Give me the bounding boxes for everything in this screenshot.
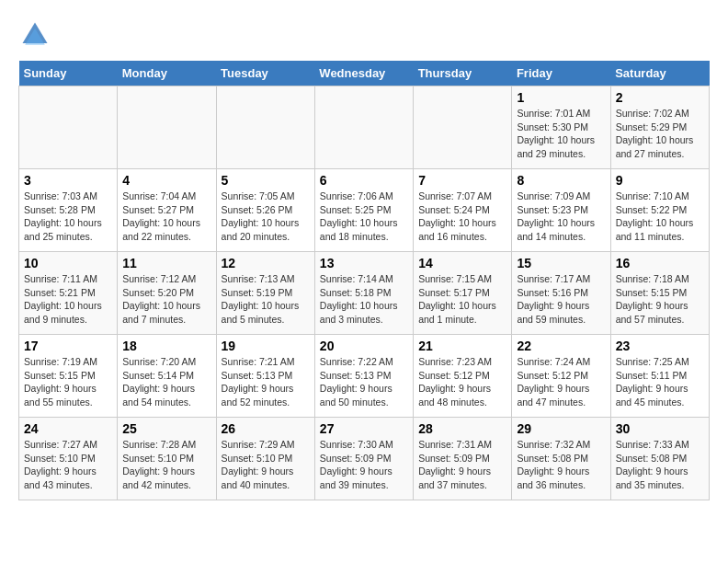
page-header: [18, 18, 710, 52]
day-number: 22: [517, 339, 605, 353]
calendar-cell: 27Sunrise: 7:30 AMSunset: 5:09 PMDayligh…: [314, 418, 413, 500]
day-info: Sunrise: 7:17 AMSunset: 5:16 PMDaylight:…: [517, 272, 605, 327]
day-number: 23: [616, 339, 704, 353]
day-number: 1: [517, 90, 605, 105]
calendar-week-5: 24Sunrise: 7:27 AMSunset: 5:10 PMDayligh…: [19, 418, 710, 500]
day-info: Sunrise: 7:25 AMSunset: 5:11 PMDaylight:…: [616, 355, 704, 409]
calendar-cell: 30Sunrise: 7:33 AMSunset: 5:08 PMDayligh…: [610, 418, 709, 500]
header-thursday: Thursday: [414, 61, 512, 86]
day-number: 21: [418, 339, 506, 353]
day-number: 17: [24, 339, 112, 353]
day-info: Sunrise: 7:04 AMSunset: 5:27 PMDaylight:…: [122, 190, 210, 244]
header-monday: Monday: [118, 61, 216, 86]
calendar-week-4: 17Sunrise: 7:19 AMSunset: 5:15 PMDayligh…: [19, 335, 710, 418]
day-number: 16: [616, 256, 704, 270]
calendar-cell: 13Sunrise: 7:14 AMSunset: 5:18 PMDayligh…: [314, 252, 413, 335]
calendar-week-2: 3Sunrise: 7:03 AMSunset: 5:28 PMDaylight…: [19, 169, 710, 252]
calendar-cell: 9Sunrise: 7:10 AMSunset: 5:22 PMDaylight…: [610, 169, 709, 252]
calendar-cell: 26Sunrise: 7:29 AMSunset: 5:10 PMDayligh…: [216, 418, 314, 500]
day-number: 25: [122, 421, 210, 436]
day-info: Sunrise: 7:31 AMSunset: 5:09 PMDaylight:…: [418, 438, 506, 492]
day-number: 6: [320, 173, 408, 188]
day-number: 15: [517, 256, 605, 270]
calendar-cell: 29Sunrise: 7:32 AMSunset: 5:08 PMDayligh…: [512, 418, 610, 500]
calendar-cell: 25Sunrise: 7:28 AMSunset: 5:10 PMDayligh…: [118, 418, 216, 500]
day-info: Sunrise: 7:27 AMSunset: 5:10 PMDaylight:…: [24, 438, 112, 492]
calendar-cell: 7Sunrise: 7:07 AMSunset: 5:24 PMDaylight…: [414, 169, 512, 252]
day-info: Sunrise: 7:05 AMSunset: 5:26 PMDaylight:…: [222, 190, 310, 244]
calendar-week-3: 10Sunrise: 7:11 AMSunset: 5:21 PMDayligh…: [19, 252, 710, 335]
day-number: 3: [24, 173, 112, 188]
calendar-cell: 20Sunrise: 7:22 AMSunset: 5:13 PMDayligh…: [314, 335, 413, 418]
logo-icon: [18, 18, 51, 52]
day-info: Sunrise: 7:09 AMSunset: 5:23 PMDaylight:…: [517, 190, 605, 244]
calendar-cell: 11Sunrise: 7:12 AMSunset: 5:20 PMDayligh…: [118, 252, 216, 335]
calendar-cell: 4Sunrise: 7:04 AMSunset: 5:27 PMDaylight…: [118, 169, 216, 252]
day-number: 8: [517, 173, 605, 188]
day-info: Sunrise: 7:23 AMSunset: 5:12 PMDaylight:…: [418, 355, 506, 409]
calendar-cell: [118, 86, 216, 169]
day-info: Sunrise: 7:11 AMSunset: 5:21 PMDaylight:…: [24, 272, 112, 327]
day-number: 13: [320, 256, 408, 270]
day-info: Sunrise: 7:21 AMSunset: 5:13 PMDaylight:…: [222, 355, 310, 409]
day-number: 2: [616, 90, 704, 105]
header-saturday: Saturday: [610, 61, 709, 86]
day-info: Sunrise: 7:18 AMSunset: 5:15 PMDaylight:…: [616, 272, 704, 327]
calendar-cell: 16Sunrise: 7:18 AMSunset: 5:15 PMDayligh…: [610, 252, 709, 335]
day-number: 29: [517, 421, 605, 436]
day-number: 18: [122, 339, 210, 353]
day-info: Sunrise: 7:24 AMSunset: 5:12 PMDaylight:…: [517, 355, 605, 409]
day-number: 27: [320, 421, 408, 436]
header-wednesday: Wednesday: [314, 61, 413, 86]
day-info: Sunrise: 7:29 AMSunset: 5:10 PMDaylight:…: [222, 438, 310, 492]
calendar-cell: 14Sunrise: 7:15 AMSunset: 5:17 PMDayligh…: [414, 252, 512, 335]
calendar-week-1: 1Sunrise: 7:01 AMSunset: 5:30 PMDaylight…: [19, 86, 710, 169]
calendar-cell: 17Sunrise: 7:19 AMSunset: 5:15 PMDayligh…: [19, 335, 118, 418]
day-number: 4: [122, 173, 210, 188]
calendar-cell: 8Sunrise: 7:09 AMSunset: 5:23 PMDaylight…: [512, 169, 610, 252]
calendar-cell: 23Sunrise: 7:25 AMSunset: 5:11 PMDayligh…: [610, 335, 709, 418]
day-info: Sunrise: 7:03 AMSunset: 5:28 PMDaylight:…: [24, 190, 112, 244]
calendar-cell: [19, 86, 118, 169]
day-info: Sunrise: 7:13 AMSunset: 5:19 PMDaylight:…: [222, 272, 310, 327]
day-number: 24: [24, 421, 112, 436]
day-info: Sunrise: 7:28 AMSunset: 5:10 PMDaylight:…: [122, 438, 210, 492]
calendar-cell: 3Sunrise: 7:03 AMSunset: 5:28 PMDaylight…: [19, 169, 118, 252]
day-number: 12: [222, 256, 310, 270]
calendar-cell: 5Sunrise: 7:05 AMSunset: 5:26 PMDaylight…: [216, 169, 314, 252]
day-number: 11: [122, 256, 210, 270]
day-info: Sunrise: 7:12 AMSunset: 5:20 PMDaylight:…: [122, 272, 210, 327]
day-info: Sunrise: 7:30 AMSunset: 5:09 PMDaylight:…: [320, 438, 408, 492]
calendar-cell: 22Sunrise: 7:24 AMSunset: 5:12 PMDayligh…: [512, 335, 610, 418]
day-number: 9: [616, 173, 704, 188]
calendar-table: SundayMondayTuesdayWednesdayThursdayFrid…: [18, 61, 710, 500]
header-tuesday: Tuesday: [216, 61, 314, 86]
calendar-header-row: SundayMondayTuesdayWednesdayThursdayFrid…: [19, 61, 710, 86]
day-info: Sunrise: 7:02 AMSunset: 5:29 PMDaylight:…: [616, 107, 704, 161]
day-info: Sunrise: 7:14 AMSunset: 5:18 PMDaylight:…: [320, 272, 408, 327]
header-sunday: Sunday: [19, 61, 118, 86]
day-info: Sunrise: 7:32 AMSunset: 5:08 PMDaylight:…: [517, 438, 605, 492]
day-info: Sunrise: 7:19 AMSunset: 5:15 PMDaylight:…: [24, 355, 112, 409]
calendar-cell: 21Sunrise: 7:23 AMSunset: 5:12 PMDayligh…: [414, 335, 512, 418]
calendar-cell: 6Sunrise: 7:06 AMSunset: 5:25 PMDaylight…: [314, 169, 413, 252]
day-info: Sunrise: 7:07 AMSunset: 5:24 PMDaylight:…: [418, 190, 506, 244]
day-number: 14: [418, 256, 506, 270]
day-number: 7: [418, 173, 506, 188]
day-info: Sunrise: 7:06 AMSunset: 5:25 PMDaylight:…: [320, 190, 408, 244]
day-info: Sunrise: 7:15 AMSunset: 5:17 PMDaylight:…: [418, 272, 506, 327]
day-number: 19: [222, 339, 310, 353]
calendar-cell: 1Sunrise: 7:01 AMSunset: 5:30 PMDaylight…: [512, 86, 610, 169]
day-info: Sunrise: 7:33 AMSunset: 5:08 PMDaylight:…: [616, 438, 704, 492]
calendar-cell: [414, 86, 512, 169]
calendar-cell: 12Sunrise: 7:13 AMSunset: 5:19 PMDayligh…: [216, 252, 314, 335]
calendar-cell: [314, 86, 413, 169]
calendar-cell: 24Sunrise: 7:27 AMSunset: 5:10 PMDayligh…: [19, 418, 118, 500]
calendar-cell: 19Sunrise: 7:21 AMSunset: 5:13 PMDayligh…: [216, 335, 314, 418]
day-number: 5: [222, 173, 310, 188]
day-number: 26: [222, 421, 310, 436]
calendar-cell: 2Sunrise: 7:02 AMSunset: 5:29 PMDaylight…: [610, 86, 709, 169]
header-friday: Friday: [512, 61, 610, 86]
day-number: 30: [616, 421, 704, 436]
calendar-cell: 15Sunrise: 7:17 AMSunset: 5:16 PMDayligh…: [512, 252, 610, 335]
